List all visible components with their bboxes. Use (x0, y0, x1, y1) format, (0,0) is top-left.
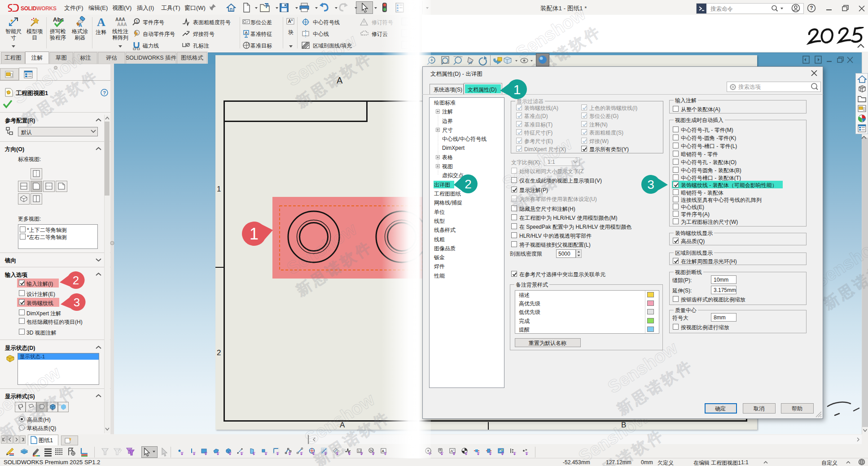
svg-text:A: A (245, 30, 248, 35)
svg-text:AAA: AAA (117, 22, 127, 27)
svg-text:1: 1 (136, 19, 138, 24)
svg-text:A°: A° (288, 19, 293, 24)
svg-text:2: 2 (73, 273, 79, 287)
svg-text:A: A (97, 16, 105, 28)
svg-text:3: 3 (647, 178, 654, 192)
svg-text:?: ? (810, 5, 813, 11)
svg-text:2: 2 (465, 177, 472, 191)
svg-text:?: ? (103, 90, 106, 96)
svg-text:A: A (79, 22, 82, 28)
svg-text:3: 3 (74, 295, 80, 309)
svg-text:1: 1 (250, 225, 259, 243)
svg-text:AAA: AAA (115, 17, 125, 22)
svg-text:1: 1 (513, 82, 521, 97)
svg-text:SOLIDWORKS: SOLIDWORKS (21, 5, 57, 12)
